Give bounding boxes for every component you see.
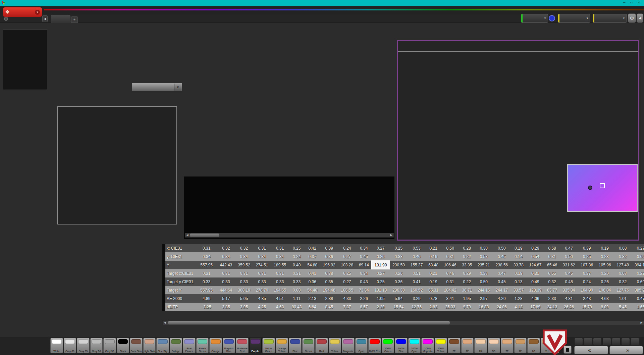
patch-color-chip: [184, 339, 194, 344]
patch-color-chip: [370, 339, 380, 344]
patch-tile-gray-50[interactable]: Gray 50: [90, 338, 103, 353]
patch-tile-foliage[interactable]: Foliage: [170, 338, 182, 353]
meter-dropdown[interactable]: ▼: [521, 14, 548, 23]
cie-inset-preview: [567, 164, 638, 212]
patch-tile-gray-65[interactable]: Gray 65: [77, 338, 90, 353]
maximize-icon[interactable]: ▭: [628, 0, 635, 5]
patch-tile-yellow[interactable]: Yellow: [329, 338, 341, 353]
patch-tile-blue[interactable]: Blue: [289, 338, 302, 353]
footer-tool-button-3[interactable]: [593, 338, 602, 345]
cell-deitp-blue-flower: 2.29: [372, 303, 390, 311]
scrollbar-thumb[interactable]: [190, 234, 219, 237]
patch-tile-100-cyan[interactable]: 100% Cyan: [408, 338, 421, 353]
next-button[interactable]: »: [609, 346, 643, 354]
collapse-right-panel-button[interactable]: ◀: [637, 13, 643, 23]
patch-tile-100-red[interactable]: 100% Red: [368, 338, 381, 353]
patch-tile-label: 2F: [462, 346, 474, 353]
swatch-scrollbar[interactable]: ◀ ▶: [185, 233, 394, 238]
patch-tile-white[interactable]: White: [50, 338, 63, 353]
cell-e-2000-gray-65: 5.05: [235, 294, 253, 303]
table-row-deitp: dEITP3.253.853.954.254.6380.436.648.457.…: [164, 303, 644, 311]
patch-tile-label: Yellow Green: [263, 346, 275, 353]
cell-x-cie31-cyan: 0.19: [596, 244, 614, 252]
patch-tile-100-yellow[interactable]: 100% Yellow: [435, 338, 447, 353]
meter-count-badge[interactable]: [549, 15, 555, 21]
cell-target-x-cie31-blue-flower: 0.27: [372, 269, 390, 277]
patch-tile-black[interactable]: Black: [117, 338, 129, 353]
back-button[interactable]: «: [574, 346, 608, 354]
close-icon[interactable]: ✕: [635, 0, 643, 5]
sidebar-dot-button[interactable]: [4, 17, 8, 21]
patch-tile-purple[interactable]: Purple: [249, 338, 262, 353]
patch-tile-7f[interactable]: 7F: [514, 338, 527, 353]
display-control-dropdown[interactable]: ▼: [593, 14, 627, 23]
patch-tile-100-green[interactable]: 100% Green: [382, 338, 394, 353]
footer-tool-button-7[interactable]: [631, 338, 639, 345]
patch-color-chip: [304, 339, 314, 344]
patch-tile-gray-80[interactable]: Gray 80: [64, 338, 76, 353]
patch-tile-blue-flower[interactable]: Blue Flower: [183, 338, 196, 353]
patch-tile-2f[interactable]: 2F: [461, 338, 474, 353]
de-formula-dropdown[interactable]: ▼: [131, 83, 182, 92]
patch-tile-5d[interactable]: 5D: [488, 338, 500, 353]
cell-y-cie31-dark-skin: 0.37: [305, 252, 320, 261]
patch-tile-purplish-blue[interactable]: Purplish Blue: [223, 338, 235, 353]
scroll-left-icon[interactable]: ◀: [185, 233, 190, 237]
cell-x-cie31-light-skin: 0.39: [320, 244, 338, 252]
patch-tile-moderate-red[interactable]: Moderate Red: [236, 338, 249, 353]
row-label: Target x:CIE31: [164, 269, 198, 277]
patch-tile-orange-yellow[interactable]: Orange Yellow: [276, 338, 288, 353]
patch-tile-label: 7G: [528, 346, 540, 353]
scroll-left-icon[interactable]: ◀: [163, 321, 167, 325]
patch-tile-green[interactable]: Green: [302, 338, 315, 353]
minimize-icon[interactable]: ─: [621, 0, 628, 5]
table-scrollbar[interactable]: ◀ ▶: [162, 320, 644, 325]
patch-tile-100-magenta[interactable]: 100% Magenta: [421, 338, 434, 353]
source-dropdown[interactable]: ▼: [558, 14, 590, 23]
footer-tool-button-5[interactable]: [612, 338, 621, 345]
cell-target-x-cie31-purple: 0.29: [459, 269, 475, 277]
patch-tile-bluish-green[interactable]: Bluish Green: [196, 338, 209, 353]
patch-tile-label: Blue Flower: [183, 346, 195, 353]
settings-gear-button[interactable]: ⚙: [628, 13, 636, 23]
stop-button[interactable]: [564, 346, 572, 354]
cell-target-x-cie31-gray-35: 0.31: [271, 269, 289, 277]
chevron-down-icon: ▼: [586, 17, 589, 20]
scroll-right-icon[interactable]: ▶: [639, 321, 644, 325]
patch-tile-7h[interactable]: 7H: [541, 338, 553, 353]
logo-dropdown-icon[interactable]: ▼: [35, 10, 40, 15]
patch-tile-2e[interactable]: 2E: [448, 338, 461, 353]
footer-tool-button-2[interactable]: [584, 338, 592, 345]
cell-deitp-green: 17.89: [526, 303, 544, 311]
tab-history-1[interactable]: [51, 15, 70, 23]
patch-tile-label: Yellow: [329, 346, 341, 353]
patch-tile-dark-skin[interactable]: Dark Skin: [130, 338, 143, 353]
patch-tile-light-skin[interactable]: Light Skin: [143, 338, 156, 353]
patch-tile-magenta[interactable]: Magenta: [342, 338, 355, 353]
cell-target-y-cie31-moderate-red: 0.31: [441, 277, 459, 286]
patch-tile-blue-sky[interactable]: Blue Sky: [156, 338, 169, 353]
patch-tile-cyan[interactable]: Cyan: [355, 338, 368, 353]
scrollbar-thumb[interactable]: [168, 321, 450, 324]
patch-tile-7g[interactable]: 7G: [527, 338, 540, 353]
patch-tile-2k[interactable]: 2K: [474, 338, 487, 353]
cell-e-2000-blue-flower: 1.05: [372, 294, 390, 303]
collapse-sidebar-button[interactable]: ◀: [42, 15, 48, 22]
cell-target-y-cie31-cyan: 0.26: [596, 277, 614, 286]
patch-tile-100-blue[interactable]: 100% Blue: [395, 338, 408, 353]
footer-tool-button-1[interactable]: [574, 338, 583, 345]
patch-tile-7e[interactable]: 7E: [501, 338, 514, 353]
cell-target-y-cie31-gray-50: 0.33: [253, 277, 271, 286]
patch-tile-gray-35[interactable]: Gray 35: [103, 338, 116, 353]
footer-tool-button-6[interactable]: [621, 338, 630, 345]
calman-logo-button[interactable]: ❖ ▼: [3, 7, 42, 17]
row-label: dEITP: [164, 303, 198, 311]
new-tab-button[interactable]: +: [71, 16, 78, 23]
cell-y-blue-flower[interactable]: 131.90: [372, 261, 390, 269]
patch-tile-red[interactable]: Red: [315, 338, 328, 353]
footer-tool-button-4[interactable]: [602, 338, 611, 345]
scroll-right-icon[interactable]: ▶: [389, 233, 393, 237]
patch-tile-yellow-green[interactable]: Yellow Green: [262, 338, 275, 353]
patch-tile-orange[interactable]: Orange: [209, 338, 222, 353]
strip-scroll-right-icon[interactable]: ▶: [557, 351, 560, 354]
